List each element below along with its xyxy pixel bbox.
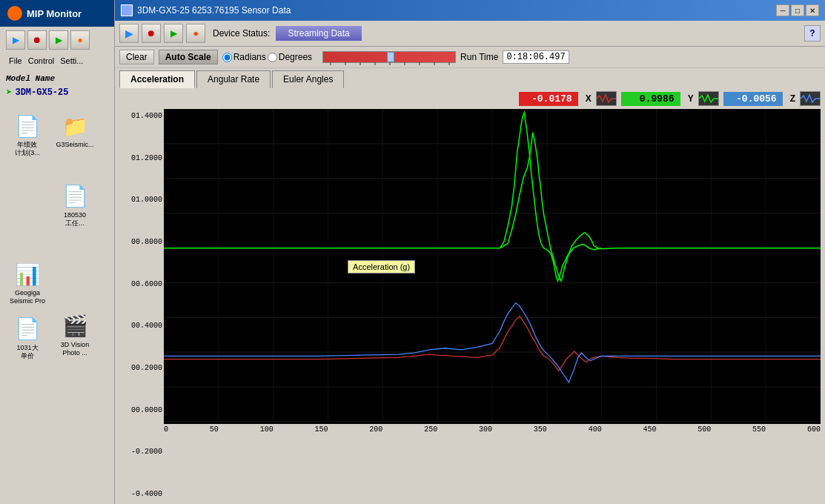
- sidebar-toolbar: ▶ ⏺ ▶ ●: [0, 27, 114, 53]
- menu-control[interactable]: Control: [25, 55, 57, 67]
- device-label: 3DM-GX5-25: [15, 87, 68, 98]
- degrees-label[interactable]: Degrees: [279, 52, 312, 62]
- desktop-icons: 📄 年绩效计划(3... 📁 G3Seismic... 📄 180530工任..…: [0, 105, 114, 504]
- main-window: 3DM-GX5-25 6253.76195 Sensor Data ─ □ ✕ …: [115, 0, 825, 504]
- chart-area: Acceleration (g): [164, 109, 821, 424]
- x-tick: 50: [210, 425, 219, 434]
- model-label: Model Name: [6, 74, 108, 83]
- tab-euler-angles[interactable]: Euler Angles: [272, 70, 344, 88]
- x-waveform-svg: [597, 92, 616, 105]
- tab-angular-rate[interactable]: Angular Rate: [196, 70, 271, 88]
- x-axis-label: X: [586, 93, 592, 104]
- sidebar-play-btn[interactable]: ▶: [6, 30, 25, 50]
- chart-container: -0.0178 X 0.9986 Y -0.0056 Z: [115, 88, 825, 504]
- chart-header: -0.0178 X 0.9986 Y -0.0056 Z: [119, 91, 821, 106]
- x-tick: 450: [643, 425, 656, 434]
- x-tick: 200: [369, 425, 382, 434]
- close-button[interactable]: ✕: [806, 4, 819, 16]
- y-channel-oscillation: [500, 113, 602, 281]
- y-tick: 01.0000: [121, 196, 162, 204]
- x-tick: 0: [164, 425, 168, 434]
- x-tick: 350: [534, 425, 547, 434]
- sidebar-menu: File Control Setti...: [0, 53, 114, 68]
- maximize-button[interactable]: □: [791, 4, 804, 16]
- menu-settings[interactable]: Setti...: [57, 55, 86, 67]
- app-window-icon: [121, 4, 133, 16]
- app-header: MIP Monitor: [0, 0, 114, 27]
- sidebar-record-btn[interactable]: ▶: [49, 30, 68, 50]
- radians-label[interactable]: Radians: [233, 52, 266, 62]
- x-tick: 500: [698, 425, 711, 434]
- icon-img: 📁: [60, 111, 90, 141]
- list-item[interactable]: 🎬 3D Vision Photo ...: [53, 311, 97, 357]
- icon-label: G3Seismic...: [56, 141, 93, 149]
- slider-container: [322, 51, 456, 63]
- icon-label: 年绩效计划(3...: [15, 141, 40, 157]
- x-tick: 400: [589, 425, 602, 434]
- chart-wrapper: 01.4000 01.2000 01.0000 00.8000 00.6000 …: [119, 109, 821, 501]
- minimize-button[interactable]: ─: [776, 4, 789, 16]
- chart-svg: [164, 109, 821, 422]
- y-axis-label: Y: [688, 93, 694, 104]
- x-tick: 150: [314, 425, 328, 434]
- tab-bar: Acceleration Angular Rate Euler Angles: [115, 68, 825, 88]
- secondary-toolbar: Clear Auto Scale Radians Degrees: [115, 47, 825, 68]
- run-time-value: 0:18:06.497: [503, 50, 569, 64]
- x-axis: 0 50 100 150 200 250 300 350 400 450 500…: [164, 424, 821, 435]
- sidebar-orange-btn[interactable]: ●: [70, 30, 90, 50]
- toolbar-record-btn[interactable]: ▶: [164, 24, 183, 43]
- x-legend-icon: [596, 91, 617, 106]
- icon-label: 180530工任...: [64, 211, 86, 228]
- sidebar: MIP Monitor ▶ ⏺ ▶ ● File Control Setti..…: [0, 0, 115, 504]
- icon-label: Geogiga Seismic Pro: [5, 289, 50, 305]
- icon-img: 📄: [60, 182, 90, 211]
- radio-group: Radians Degrees: [222, 52, 312, 62]
- toolbar-stop-btn[interactable]: ⏺: [142, 24, 161, 43]
- slider-ticks-svg: [323, 62, 457, 67]
- y-tick: -0.2000: [121, 448, 162, 456]
- y-axis: 01.4000 01.2000 01.0000 00.8000 00.6000 …: [119, 109, 164, 501]
- icon-img: 📄: [13, 111, 42, 141]
- help-button[interactable]: ?: [804, 25, 821, 42]
- list-item[interactable]: 📄 年绩效计划(3...: [5, 111, 50, 157]
- list-item[interactable]: 📄 1031大单价: [5, 314, 50, 360]
- auto-scale-button[interactable]: Auto Scale: [159, 50, 218, 64]
- title-bar: 3DM-GX5-25 6253.76195 Sensor Data ─ □ ✕: [115, 0, 825, 21]
- model-section: Model Name ➤ 3DM-GX5-25: [0, 68, 114, 105]
- y-tick: 01.2000: [121, 154, 162, 162]
- slider-thumb[interactable]: [387, 52, 394, 62]
- y-legend-icon: [698, 91, 719, 106]
- toolbar-orange-btn[interactable]: ●: [186, 24, 205, 43]
- x-tick: 300: [479, 425, 492, 434]
- icon-label: 1031大单价: [16, 344, 38, 360]
- menu-file[interactable]: File: [6, 55, 25, 67]
- device-status-label: Device Status:: [213, 28, 270, 39]
- arrow-icon: ➤: [6, 86, 12, 99]
- window-title: 3DM-GX5-25 6253.76195 Sensor Data: [137, 5, 291, 16]
- z-value-badge: -0.0056: [723, 92, 783, 106]
- slider-track[interactable]: [322, 51, 456, 63]
- sidebar-stop-btn[interactable]: ⏺: [27, 30, 47, 50]
- model-name-row: ➤ 3DM-GX5-25: [6, 86, 108, 99]
- list-item[interactable]: 📊 Geogiga Seismic Pro: [5, 259, 50, 305]
- x-value-badge: -0.0178: [519, 92, 578, 106]
- x-tick: 100: [260, 425, 274, 434]
- x-tick: 600: [807, 425, 821, 434]
- streaming-status: Streaming Data: [276, 26, 361, 41]
- x-tick: 250: [424, 425, 437, 434]
- run-time-label: Run Time: [460, 52, 498, 62]
- icon-label: 3D Vision Photo ...: [53, 341, 97, 357]
- clear-button[interactable]: Clear: [119, 50, 154, 64]
- icon-img: 📊: [13, 259, 42, 289]
- y-waveform-svg: [699, 92, 718, 105]
- radians-radio[interactable]: [222, 53, 232, 62]
- y-tick: 00.8000: [121, 238, 162, 246]
- y-tick: -0.4000: [121, 490, 162, 498]
- tab-acceleration[interactable]: Acceleration: [119, 70, 195, 88]
- degrees-radio[interactable]: [268, 53, 277, 62]
- z-waveform-svg: [801, 92, 820, 105]
- list-item[interactable]: 📄 180530工任...: [53, 182, 97, 228]
- list-item[interactable]: 📁 G3Seismic...: [53, 111, 97, 149]
- y-tick: 00.2000: [121, 364, 162, 372]
- toolbar-play-btn[interactable]: ▶: [119, 24, 139, 43]
